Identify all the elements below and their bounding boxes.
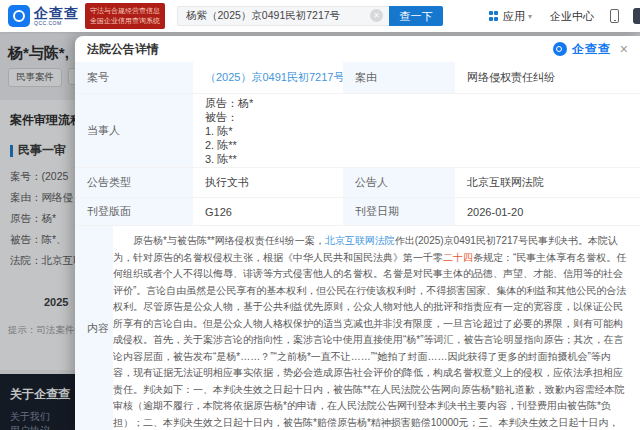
qcc-brand-icon	[553, 42, 567, 56]
qcc-logo-icon	[8, 5, 30, 27]
search-input[interactable]	[177, 6, 389, 26]
apps-menu[interactable]: 应用 ▾	[489, 9, 532, 24]
content-segment: 二十四	[443, 252, 473, 263]
case-number-label: 案号	[75, 62, 193, 94]
enterprise-center-link[interactable]: 企业中心	[550, 9, 594, 24]
partial-account-icon[interactable]	[633, 8, 640, 24]
party-line: 1. 陈*	[205, 124, 233, 138]
page-section-label: 刊登版面	[75, 198, 193, 226]
qcc-logo-text: 企查查 QCC.COM	[34, 6, 79, 26]
announcement-content: 原告杨*与被告陈**网络侵权责任纠纷一案，北京互联网法院作出(2025)京049…	[113, 226, 640, 430]
cause-label: 案由	[343, 62, 455, 94]
parties-label: 当事人	[75, 94, 193, 168]
party-line: 3. 陈**	[205, 152, 237, 166]
announcer-value: 北京互联网法院	[455, 168, 640, 198]
case-number-cell: （2025）京0491民初7217号	[193, 62, 343, 94]
promo-badge-line1: 守法与合规经营查信息	[90, 6, 160, 16]
case-number-link[interactable]: （2025）京0491民初7217号	[205, 70, 344, 85]
parties-list: 原告：杨*被告：1. 陈*2. 陈**3. 陈**	[193, 94, 640, 168]
apps-grid-icon	[489, 11, 499, 21]
announcement-table: 案号 （2025）京0491民初7217号 案由 网络侵权责任纠纷 当事人 原告…	[75, 62, 640, 226]
publish-date-value: 2026-01-20	[455, 198, 640, 226]
close-icon[interactable]: ×	[620, 42, 628, 56]
modal-brand: 企查查 ×	[553, 41, 628, 58]
phone-icon[interactable]	[610, 9, 619, 23]
content-segment: 条规定：“民事主体享有名誉权。任何组织或者个人不得以侮辱、诽谤等方式侵害他人的名…	[113, 252, 626, 430]
apps-label: 应用	[503, 9, 525, 24]
search-bar: × 查一下	[177, 6, 443, 26]
modal-title: 法院公告详情	[87, 41, 159, 58]
party-line: 原告：杨*	[205, 96, 253, 110]
content-label: 内容	[75, 226, 113, 430]
party-line: 2. 陈**	[205, 138, 237, 152]
screen: 企查查 QCC.COM 守法与合规经营查信息 全国企业信用查询系统 × 查一下 …	[0, 0, 640, 430]
qcc-brand-text[interactable]: 企查查	[572, 41, 611, 58]
header-nav: 应用 ▾ 企业中心	[489, 0, 640, 32]
cause-value: 网络侵权责任纠纷	[455, 62, 640, 94]
party-line: 被告：	[205, 110, 238, 124]
court-announcement-modal: 法院公告详情 企查查 × 案号 （2025）京0491民初7217号 案由 网络…	[75, 36, 640, 430]
announcement-type-value: 执行文书	[193, 168, 343, 198]
qcc-logo[interactable]: 企查查 QCC.COM	[8, 5, 79, 27]
top-header: 企查查 QCC.COM 守法与合规经营查信息 全国企业信用查询系统 × 查一下 …	[0, 0, 640, 32]
content-row: 内容 原告杨*与被告陈**网络侵权责任纠纷一案，北京互联网法院作出(2025)京…	[75, 226, 640, 430]
announcement-type-label: 公告类型	[75, 168, 193, 198]
page-section-value: G126	[193, 198, 343, 226]
promo-badge: 守法与合规经营查信息 全国企业信用查询系统	[85, 3, 165, 29]
court-link[interactable]: 北京互联网法院	[325, 235, 395, 246]
search-button[interactable]: 查一下	[389, 6, 443, 26]
content-segment: 原告杨*与被告陈**网络侵权责任纠纷一案，	[133, 235, 325, 246]
promo-badge-line2: 全国企业信用查询系统	[90, 16, 160, 26]
logo-name: 企查查	[34, 6, 79, 20]
clear-icon[interactable]: ×	[370, 9, 383, 22]
modal-header: 法院公告详情 企查查 ×	[75, 36, 640, 58]
logo-domain: QCC.COM	[34, 21, 79, 26]
chevron-down-icon: ▾	[528, 12, 532, 21]
publish-date-label: 刊登日期	[343, 198, 455, 226]
announcer-label: 公告人	[343, 168, 455, 198]
